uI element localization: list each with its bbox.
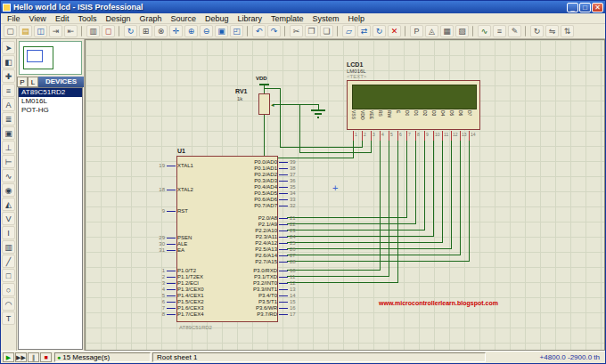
mode-icon[interactable]: ╱ [2,255,15,268]
toolbar-icon[interactable]: ✂ [290,25,303,37]
mode-icon[interactable]: ⊥ [2,141,15,154]
mode-icon[interactable]: ○ [2,283,15,296]
mode-icon[interactable]: ≣ [2,112,15,125]
toolbar-icon[interactable] [472,26,474,36]
toolbar-icon[interactable]: ▥ [86,25,100,37]
schematic-canvas[interactable]: U1 AT89C51RD2 19 XTAL1 18 XTAL2 9 [85,39,605,351]
close-button[interactable]: ✕ [592,3,603,12]
maximize-button[interactable]: □ [579,3,591,12]
mode-icon[interactable]: A [2,98,15,111]
mode-icon[interactable]: V [2,212,15,225]
toolbar-icon[interactable]: ⊕ [184,25,198,37]
device-list-item[interactable]: POT-HG [19,106,82,115]
toolbar-icon[interactable]: ▢ [4,25,17,37]
toolbar-icon[interactable]: ⇄ [357,25,371,37]
pin-number: 8 [154,311,167,318]
toolbar-icon[interactable]: ⊖ [200,25,213,37]
toolbar-icon[interactable] [284,26,286,36]
device-list-item[interactable]: LM016L [19,97,82,106]
simulation-control-button[interactable]: ∥ [28,352,39,362]
toolbar-icon[interactable] [405,26,406,36]
toolbar-icon[interactable]: ▨ [455,25,469,37]
toolbar-icon[interactable]: ≡ [493,25,506,37]
mode-icon[interactable]: ◉ [2,183,15,197]
menu-item[interactable]: Source [166,14,201,23]
mode-icon[interactable]: ◧ [2,55,15,69]
mode-icon[interactable]: □ [2,269,15,282]
mode-icon[interactable]: T [2,311,15,325]
toolbar-icon[interactable] [337,26,339,36]
toolbar-icon[interactable]: ▦ [440,25,454,37]
toolbar-icon[interactable]: ⇋ [545,25,559,37]
message-box[interactable]: ● 15 Message(s) [54,352,151,362]
mode-icon[interactable]: I [2,226,15,239]
toolbar-icon[interactable]: ◰ [230,25,243,37]
toolbar-icon[interactable]: P [410,25,423,37]
toolbar-icon[interactable]: ◻ [102,25,115,37]
library-button[interactable]: L [28,77,38,87]
toolbar-icon[interactable]: ↶ [252,25,266,37]
toolbar-icon[interactable]: ✛ [169,25,183,37]
toolbar-icon[interactable]: ✕ [388,25,401,37]
toolbar-icon[interactable]: ▤ [19,25,32,37]
mode-icon[interactable]: ◭ [2,198,15,211]
mode-icon[interactable]: ▣ [2,126,15,140]
menu-item[interactable]: Edit [51,14,74,23]
pot-component[interactable] [258,93,270,115]
pin-stub [389,131,389,141]
minimize-button[interactable]: _ [567,3,578,12]
pin-number: 2 [364,132,366,137]
toolbar-icon[interactable]: ❐ [305,25,318,37]
toolbar-icon[interactable] [525,26,527,36]
menu-item[interactable]: Library [233,14,267,23]
toolbar-icon[interactable]: ◫ [34,25,47,37]
simulation-control-button[interactable]: ▶▶ [15,352,27,362]
toolbar-icon[interactable]: ❏ [320,25,333,37]
toolbar-icon[interactable]: ▱ [342,25,356,37]
sheet-box[interactable]: Root sheet 1 [152,352,486,362]
overview-pane[interactable] [19,41,82,75]
toolbar-icon[interactable]: ⇤ [64,25,78,37]
mode-icon[interactable]: ➤ [2,41,15,54]
simulation-control-button[interactable]: ▶ [3,352,14,362]
device-list-item[interactable]: AT89C51RD2 [19,88,82,97]
toolbar-icon[interactable]: ↷ [267,25,281,37]
overview-viewport-outline [27,50,43,62]
simulation-control-button[interactable]: ■ [40,352,52,362]
toolbar-icon[interactable]: ◬ [425,25,438,37]
menu-item[interactable]: File [3,14,25,23]
menu-item[interactable]: Graph [135,14,166,23]
mode-icon[interactable]: ⊢ [2,155,15,168]
lcd-pins: VSS 1 VDD 2 VEE 3 RS 4 [348,81,479,129]
menu-item[interactable]: View [25,14,51,23]
mode-icon[interactable]: ≡ [2,84,15,97]
mode-icon[interactable]: ▥ [2,240,15,254]
toolbar-icon[interactable] [81,26,83,36]
toolbar-icon[interactable]: ↻ [373,25,386,37]
toolbar-icon[interactable]: ▣ [215,25,228,37]
menu-item[interactable]: Tools [73,14,101,23]
pin-name: P0.0/AD0 [201,159,279,166]
mode-icon[interactable]: ✚ [2,69,15,83]
mode-icon[interactable]: ◠ [2,297,15,311]
menu-item[interactable]: System [308,14,344,23]
menu-item[interactable]: Design [101,14,135,23]
pin-name: D2 [422,110,428,128]
menu-item[interactable]: Debug [201,14,233,23]
menu-item[interactable]: Help [344,14,370,23]
toolbar-icon[interactable]: ↻ [124,25,137,37]
toolbar-icon[interactable]: ⊞ [139,25,152,37]
toolbar-icon[interactable]: ⇥ [49,25,62,37]
toolbar-icon[interactable]: ∿ [478,25,491,37]
mode-icon[interactable]: ∿ [2,169,15,182]
mcu-component[interactable]: U1 AT89C51RD2 19 XTAL1 18 XTAL2 9 [176,156,278,322]
toolbar-icon[interactable]: ⊗ [154,25,168,37]
pick-devices-button[interactable]: P [17,77,28,87]
lcd-component[interactable]: VSS 1 VDD 2 VEE 3 RS 4 [347,80,480,130]
toolbar-icon[interactable] [119,26,120,36]
toolbar-icon[interactable]: ⇅ [561,25,574,37]
toolbar-icon[interactable]: ✎ [508,25,521,37]
toolbar-icon[interactable]: ↻ [530,25,544,37]
menu-item[interactable]: Template [266,14,308,23]
toolbar-icon[interactable] [247,26,249,36]
